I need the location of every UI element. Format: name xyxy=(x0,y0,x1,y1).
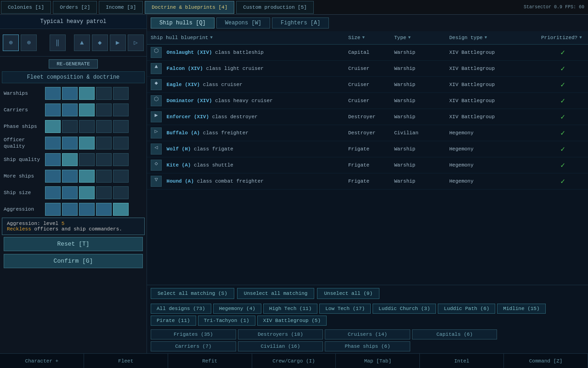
doctrine-box-p3[interactable] xyxy=(79,120,95,133)
doctrine-box-w1[interactable] xyxy=(45,87,61,100)
table-row[interactable]: ▷ Buffalo (A) class freighter Destroyer … xyxy=(147,125,588,141)
tab-orders[interactable]: Orders [2] xyxy=(53,1,97,14)
tab-weapons[interactable]: Weapons [W] xyxy=(216,17,270,29)
doctrine-box-ag1[interactable] xyxy=(45,203,61,216)
ship-priority-onslaught[interactable]: ✓ xyxy=(537,46,588,58)
doctrine-box-c2[interactable] xyxy=(62,104,78,116)
doctrine-box-sq4[interactable] xyxy=(96,153,112,166)
regenerate-button[interactable]: RE-GENERATE xyxy=(49,59,98,69)
ship-priority-wolf[interactable]: ✓ xyxy=(537,143,588,155)
select-all-matching-button[interactable]: Select all matching (S) xyxy=(151,288,234,299)
filter-luddic-church[interactable]: Luddic Church (3) xyxy=(373,304,436,314)
bottom-tab-refit[interactable]: Refit xyxy=(168,354,252,368)
unselect-all-matching-button[interactable]: Unselect all matching xyxy=(237,288,315,299)
tab-custom-production[interactable]: Custom production [5] xyxy=(236,1,314,14)
doctrine-box-c4[interactable] xyxy=(96,104,112,116)
doctrine-box-w5[interactable] xyxy=(113,87,129,100)
doctrine-box-oq4[interactable] xyxy=(96,137,112,150)
table-row[interactable]: ◇ Kite (A) class shuttle Frigate Warship… xyxy=(147,157,588,173)
ship-icon-4[interactable]: ▲ xyxy=(74,34,90,51)
doctrine-box-p2[interactable] xyxy=(62,120,78,133)
ship-priority-dominator[interactable]: ✓ xyxy=(537,95,588,107)
filter-pirate[interactable]: Pirate (11) xyxy=(151,316,196,326)
header-blueprint[interactable]: Ship hull blueprint ▼ xyxy=(147,33,345,42)
doctrine-box-ms4[interactable] xyxy=(96,170,112,183)
ship-icon-6[interactable]: ▶ xyxy=(110,34,126,51)
doctrine-box-c3[interactable] xyxy=(79,104,95,116)
filter-high-tech[interactable]: High Tech (11) xyxy=(263,304,317,314)
bottom-tab-character[interactable]: Character + xyxy=(0,354,84,368)
count-cruisers[interactable]: Cruisers (14) xyxy=(325,329,410,339)
filter-all-designs[interactable]: All designs (73) xyxy=(151,304,211,314)
ship-priority-enforcer[interactable]: ✓ xyxy=(537,111,588,123)
confirm-button[interactable]: Confirm [G] xyxy=(4,254,143,268)
header-design-type[interactable]: Design type ▼ xyxy=(446,33,537,42)
doctrine-box-p5[interactable] xyxy=(113,120,129,133)
doctrine-box-ms5[interactable] xyxy=(113,170,129,183)
table-row[interactable]: ⬡ Dominator (XIV) class heavy cruiser Cr… xyxy=(147,93,588,109)
header-prioritized[interactable]: Prioritized? ▼ xyxy=(537,33,588,42)
doctrine-box-oq5[interactable] xyxy=(113,137,129,150)
ship-icon-7[interactable]: ▷ xyxy=(128,34,144,51)
doctrine-box-p4[interactable] xyxy=(96,120,112,133)
bottom-tab-map[interactable]: Map [Tab] xyxy=(336,354,420,368)
count-capitals[interactable]: Capitals (6) xyxy=(412,329,498,339)
bottom-tab-intel[interactable]: Intel xyxy=(420,354,504,368)
bottom-tab-command[interactable]: Command [Z] xyxy=(504,354,588,368)
doctrine-box-ms1[interactable] xyxy=(45,170,61,183)
reset-button[interactable]: Reset [T] xyxy=(4,237,143,251)
ship-icon-3[interactable]: ‖ xyxy=(50,34,66,51)
doctrine-box-ag5[interactable] xyxy=(113,203,129,216)
bottom-tab-fleet[interactable]: Fleet xyxy=(84,354,168,368)
ship-priority-falcon[interactable]: ✓ xyxy=(537,63,588,75)
doctrine-box-p1[interactable] xyxy=(45,120,61,133)
filter-midline[interactable]: Midline (15) xyxy=(497,304,545,314)
doctrine-box-oq1[interactable] xyxy=(45,137,61,150)
table-row[interactable]: ▶ Enforcer (XIV) class destroyer Destroy… xyxy=(147,109,588,125)
doctrine-box-sq3[interactable] xyxy=(79,153,95,166)
table-row[interactable]: ▽ Hound (A) class combat freighter Friga… xyxy=(147,173,588,190)
table-row[interactable]: ▲ Falcon (XIV) class light cruiser Cruis… xyxy=(147,61,588,77)
count-destroyers[interactable]: Destroyers (18) xyxy=(238,329,323,339)
doctrine-box-ms2[interactable] xyxy=(62,170,78,183)
doctrine-box-oq3[interactable] xyxy=(79,137,95,150)
doctrine-box-oq2[interactable] xyxy=(62,137,78,150)
table-row[interactable]: ◁ Wolf (H) class frigate Frigate Warship… xyxy=(147,141,588,157)
doctrine-box-sq2[interactable] xyxy=(62,153,78,166)
ship-priority-buffalo[interactable]: ✓ xyxy=(537,127,588,139)
doctrine-box-w4[interactable] xyxy=(96,87,112,100)
count-carriers[interactable]: Carriers (7) xyxy=(151,341,236,351)
tab-fighters[interactable]: Fighters [A] xyxy=(272,17,329,29)
unselect-all-button[interactable]: Unselect all (9) xyxy=(317,288,379,299)
doctrine-box-c1[interactable] xyxy=(45,104,61,116)
count-civilian[interactable]: Civilian (16) xyxy=(238,341,323,351)
doctrine-box-c5[interactable] xyxy=(113,104,129,116)
doctrine-box-ms3[interactable] xyxy=(79,170,95,183)
tab-colonies[interactable]: Colonies [1] xyxy=(1,1,51,14)
tab-ship-hulls[interactable]: Ship hulls [Q] xyxy=(151,17,215,29)
doctrine-box-ss4[interactable] xyxy=(96,186,112,199)
ship-priority-kite[interactable]: ✓ xyxy=(537,159,588,171)
ship-icon-2[interactable]: ⊕ xyxy=(21,34,37,51)
doctrine-box-ag4[interactable] xyxy=(96,203,112,216)
count-phase-ships[interactable]: Phase ships (6) xyxy=(325,341,410,351)
table-row[interactable]: ◆ Eagle (XIV) class cruiser Cruiser Wars… xyxy=(147,77,588,93)
doctrine-box-sq5[interactable] xyxy=(113,153,129,166)
filter-xiv-battlegroup[interactable]: XIV Battlegroup (5) xyxy=(257,316,327,326)
doctrine-box-w2[interactable] xyxy=(62,87,78,100)
doctrine-box-ag3[interactable] xyxy=(79,203,95,216)
filter-low-tech[interactable]: Low Tech (17) xyxy=(319,304,371,314)
doctrine-box-ss2[interactable] xyxy=(62,186,78,199)
count-frigates[interactable]: Frigates (35) xyxy=(151,329,236,339)
tab-doctrine[interactable]: Doctrine & blueprints [4] xyxy=(145,1,234,14)
doctrine-box-w3[interactable] xyxy=(79,87,95,100)
tab-income[interactable]: Income [3] xyxy=(99,1,143,14)
ship-icon-5[interactable]: ◆ xyxy=(92,34,108,51)
filter-tri-tachyon[interactable]: Tri-Tachyon (1) xyxy=(198,316,255,326)
doctrine-box-ss3[interactable] xyxy=(79,186,95,199)
filter-hegemony[interactable]: Hegemony (4) xyxy=(213,304,261,314)
doctrine-box-sq1[interactable] xyxy=(45,153,61,166)
ship-priority-hound[interactable]: ✓ xyxy=(537,175,588,187)
filter-luddic-path[interactable]: Luddic Path (6) xyxy=(438,304,495,314)
doctrine-box-ss5[interactable] xyxy=(113,186,129,199)
